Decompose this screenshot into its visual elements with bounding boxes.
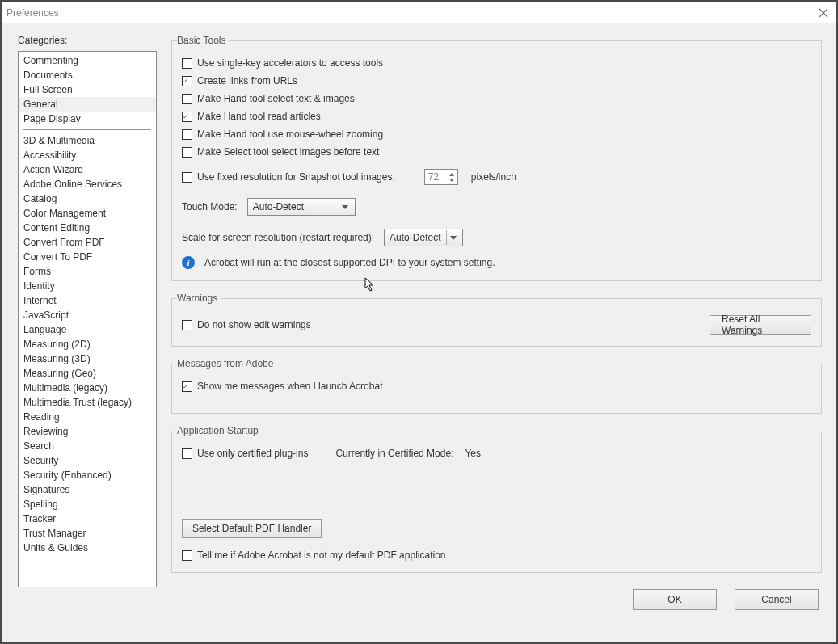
touch-mode-value: Auto-Detect (253, 201, 334, 213)
fixed-res-checkbox[interactable] (182, 172, 192, 183)
touch-mode-select[interactable]: Auto-Detect (247, 198, 356, 216)
cat-item[interactable]: Reading (19, 410, 156, 424)
cat-item[interactable]: Content Editing (19, 221, 156, 235)
stepper-arrows[interactable] (448, 171, 456, 183)
window-title: Preferences (6, 7, 59, 19)
cat-documents[interactable]: Documents (19, 68, 156, 82)
single-key-label: Use single-key accelerators to access to… (197, 57, 383, 69)
cat-item[interactable]: Units & Guides (19, 541, 156, 555)
close-icon[interactable] (817, 6, 830, 19)
create-links-label: Create links from URLs (197, 75, 297, 86)
dpi-info-text: Acrobat will run at the closest supporte… (204, 257, 495, 268)
fixed-res-label: Use fixed resolution for Snapshot tool i… (197, 171, 395, 183)
resolution-stepper[interactable]: 72 (424, 169, 458, 185)
hand-articles-label: Make Hand tool read articles (197, 111, 321, 122)
cat-general[interactable]: General (19, 97, 156, 112)
cat-item[interactable]: Internet (19, 293, 156, 308)
cat-item[interactable]: Multimedia (legacy) (19, 381, 156, 395)
certified-plugins-checkbox[interactable] (182, 448, 192, 459)
certified-plugins-label: Use only certified plug-ins (197, 448, 308, 459)
create-links-checkbox[interactable] (182, 76, 192, 86)
categories-list[interactable]: Commenting Documents Full Screen General… (18, 51, 157, 587)
settings-panel: Basic Tools Use single-key accelerators … (171, 35, 822, 634)
cat-item[interactable]: Trust Manager (19, 526, 156, 541)
cat-page-display[interactable]: Page Display (19, 112, 156, 126)
chevron-down-icon[interactable] (448, 177, 456, 183)
startup-legend: Application Startup (177, 425, 262, 436)
cat-item[interactable]: Language (19, 322, 156, 337)
cat-item[interactable]: Convert From PDF (19, 235, 156, 250)
cat-item[interactable]: Measuring (Geo) (19, 366, 156, 381)
cat-commenting[interactable]: Commenting (19, 53, 156, 68)
basic-tools-group: Basic Tools Use single-key accelerators … (171, 35, 822, 281)
cat-item[interactable]: Convert To PDF (19, 250, 156, 264)
warnings-group: Warnings Do not show edit warnings Reset… (171, 293, 822, 347)
cat-item[interactable]: Spelling (19, 497, 156, 511)
cert-mode-label: Currently in Certified Mode: (335, 448, 453, 459)
cat-item[interactable]: Signatures (19, 482, 156, 497)
categories-panel: Categories: Commenting Documents Full Sc… (18, 35, 157, 634)
cert-mode-value: Yes (465, 448, 481, 459)
select-images-label: Make Select tool select images before te… (197, 146, 379, 158)
cat-item[interactable]: Catalog (19, 192, 156, 206)
cat-item[interactable]: Adobe Online Services (19, 177, 156, 192)
cat-item[interactable]: Security (19, 453, 156, 468)
categories-label: Categories: (18, 35, 157, 46)
cat-full-screen[interactable]: Full Screen (19, 82, 156, 97)
cat-item[interactable]: Action Wizard (19, 162, 156, 177)
cat-item[interactable]: Search (19, 439, 156, 453)
messages-legend: Messages from Adobe (177, 358, 276, 369)
touch-mode-label: Touch Mode: (182, 201, 238, 213)
cat-item[interactable]: 3D & Multimedia (19, 133, 156, 148)
cat-item[interactable]: Multimedia Trust (legacy) (19, 395, 156, 410)
dialog-footer: OK Cancel (171, 584, 822, 613)
cancel-button[interactable]: Cancel (735, 589, 819, 610)
cat-item[interactable]: Measuring (3D) (19, 351, 156, 366)
cursor-icon (364, 277, 376, 294)
chevron-down-icon[interactable] (339, 200, 352, 214)
cat-item[interactable]: Measuring (2D) (19, 337, 156, 351)
hand-wheel-checkbox[interactable] (182, 129, 192, 140)
basic-tools-legend: Basic Tools (177, 35, 229, 46)
scale-label: Scale for screen resolution (restart req… (182, 232, 374, 243)
cat-item[interactable]: Identity (19, 279, 156, 293)
no-edit-warn-checkbox[interactable] (182, 320, 192, 330)
cat-item[interactable]: JavaScript (19, 308, 156, 322)
startup-group: Application Startup Use only certified p… (171, 425, 822, 573)
titlebar: Preferences (2, 2, 836, 23)
cat-item[interactable]: Reviewing (19, 424, 156, 439)
cat-item[interactable]: Accessibility (19, 148, 156, 162)
ok-button[interactable]: OK (633, 589, 717, 610)
single-key-checkbox[interactable] (182, 58, 192, 69)
warnings-legend: Warnings (177, 293, 221, 304)
hand-articles-checkbox[interactable] (182, 112, 192, 122)
cat-item[interactable]: Tracker (19, 511, 156, 526)
scale-select[interactable]: Auto-Detect (384, 229, 463, 246)
cat-item[interactable]: Forms (19, 264, 156, 279)
preferences-window: Preferences Categories: Commenting Docum… (0, 0, 838, 644)
tell-default-checkbox[interactable] (182, 550, 192, 561)
hand-select-label: Make Hand tool select text & images (197, 93, 355, 104)
show-messages-label: Show me messages when I launch Acrobat (197, 381, 382, 392)
tell-default-label: Tell me if Adobe Acrobat is not my defau… (197, 549, 446, 561)
select-images-checkbox[interactable] (182, 147, 192, 158)
reset-warnings-button[interactable]: Reset All Warnings (710, 315, 811, 335)
content-area: Categories: Commenting Documents Full Sc… (2, 23, 836, 642)
no-edit-warn-label: Do not show edit warnings (197, 319, 311, 330)
messages-group: Messages from Adobe Show me messages whe… (171, 358, 822, 414)
hand-wheel-label: Make Hand tool use mouse-wheel zooming (197, 128, 383, 140)
cat-item[interactable]: Color Management (19, 206, 156, 221)
resolution-value: 72 (428, 171, 448, 183)
chevron-up-icon[interactable] (448, 171, 456, 177)
select-default-handler-button[interactable]: Select Default PDF Handler (182, 519, 322, 538)
resolution-unit: pixels/inch (471, 171, 516, 183)
cat-item[interactable]: Security (Enhanced) (19, 468, 156, 482)
chevron-down-icon[interactable] (446, 230, 459, 245)
info-icon: i (182, 256, 195, 269)
scale-value: Auto-Detect (390, 232, 441, 243)
hand-select-checkbox[interactable] (182, 94, 192, 104)
show-messages-checkbox[interactable] (182, 381, 192, 392)
categories-divider (23, 129, 151, 130)
